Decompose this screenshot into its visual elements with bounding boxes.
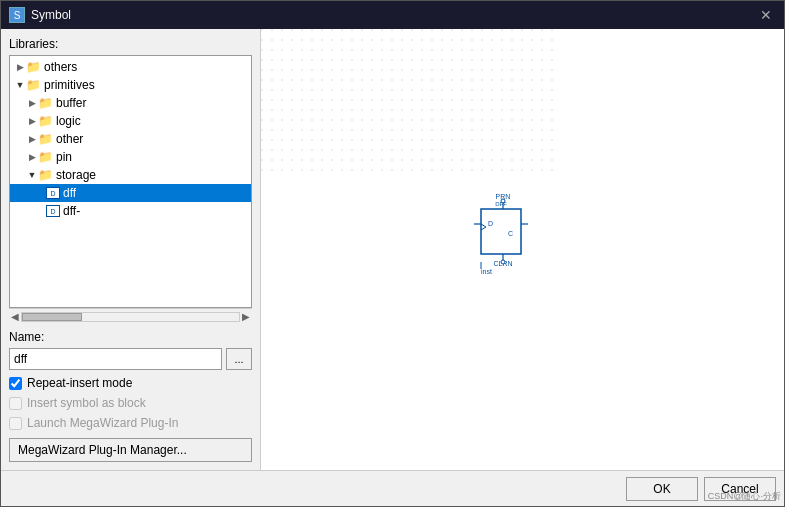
- cancel-button[interactable]: Cancel: [704, 477, 776, 501]
- tree-arrow-buffer: ▶: [26, 97, 38, 109]
- folder-icon-other: 📁: [38, 132, 53, 146]
- browse-button[interactable]: ...: [226, 348, 252, 370]
- dialog-title: Symbol: [31, 8, 756, 22]
- svg-rect-2: [481, 209, 521, 254]
- tree-item-dff2[interactable]: D dff-: [10, 202, 251, 220]
- folder-icon-buffer: 📁: [38, 96, 53, 110]
- name-row: ...: [9, 348, 252, 370]
- tree-item-storage[interactable]: ▼ 📁 storage: [10, 166, 251, 184]
- launch-wizard-checkbox[interactable]: [9, 417, 22, 430]
- dff-schematic: PRN D C: [466, 184, 546, 274]
- tree-container: ▶ 📁 others ▼ 📁 primitives ▶: [9, 55, 252, 308]
- hscroll-thumb[interactable]: [22, 313, 82, 321]
- tree-arrow-others: ▶: [14, 61, 26, 73]
- tree-item-buffer[interactable]: ▶ 📁 buffer: [10, 94, 251, 112]
- tree-hscroll[interactable]: ◀ ▶: [9, 308, 252, 324]
- dialog-body: Libraries: ▶ 📁 others ▼ 📁: [1, 29, 784, 470]
- tree-label-other: other: [56, 132, 83, 146]
- megawizard-button[interactable]: MegaWizard Plug-In Manager...: [9, 438, 252, 462]
- tree-arrow-other: ▶: [26, 133, 38, 145]
- launch-wizard-row: Launch MegaWizard Plug-In: [9, 416, 252, 430]
- insert-block-row: Insert symbol as block: [9, 396, 252, 410]
- tree-label-buffer: buffer: [56, 96, 86, 110]
- svg-rect-1: [261, 29, 561, 179]
- folder-icon-logic: 📁: [38, 114, 53, 128]
- dialog-footer: CSDN@随心·分析 OK Cancel: [1, 470, 784, 506]
- title-bar: S Symbol ✕: [1, 1, 784, 29]
- dff-box-label: DFF: [495, 201, 507, 207]
- insert-block-checkbox[interactable]: [9, 397, 22, 410]
- dff-file-icon: D: [46, 187, 60, 199]
- tree-item-pin[interactable]: ▶ 📁 pin: [10, 148, 251, 166]
- svg-point-8: [501, 260, 505, 264]
- inst-label: inst: [481, 268, 492, 275]
- tree-arrow-pin: ▶: [26, 151, 38, 163]
- tree-item-logic[interactable]: ▶ 📁 logic: [10, 112, 251, 130]
- left-panel: Libraries: ▶ 📁 others ▼ 📁: [1, 29, 261, 470]
- tree-arrow-primitives: ▼: [14, 79, 26, 91]
- libraries-label: Libraries:: [9, 37, 252, 51]
- repeat-insert-checkbox[interactable]: [9, 377, 22, 390]
- tree-item-dff[interactable]: D dff: [10, 184, 251, 202]
- name-input[interactable]: [9, 348, 222, 370]
- folder-icon-storage: 📁: [38, 168, 53, 182]
- right-panel: PRN D C: [261, 29, 784, 470]
- tree-label-pin: pin: [56, 150, 72, 164]
- close-button[interactable]: ✕: [756, 5, 776, 25]
- name-section: Name: ...: [9, 330, 252, 370]
- tree-arrow-dff2: [38, 205, 46, 217]
- name-label: Name:: [9, 330, 252, 344]
- tree-label-storage: storage: [56, 168, 96, 182]
- tree-label-others: others: [44, 60, 77, 74]
- dff2-file-icon: D: [46, 205, 60, 217]
- repeat-insert-label: Repeat-insert mode: [27, 376, 132, 390]
- symbol-dialog: S Symbol ✕ Libraries: ▶ 📁 others: [0, 0, 785, 507]
- dialog-icon: S: [9, 7, 25, 23]
- insert-block-label: Insert symbol as block: [27, 396, 146, 410]
- tree-label-dff: dff: [63, 186, 76, 200]
- dot-grid: [261, 29, 561, 179]
- tree-item-primitives[interactable]: ▼ 📁 primitives: [10, 76, 251, 94]
- folder-icon-primitives: 📁: [26, 78, 41, 92]
- ok-button[interactable]: OK: [626, 477, 698, 501]
- tree-arrow-storage: ▼: [26, 169, 38, 181]
- tree-arrow-logic: ▶: [26, 115, 38, 127]
- tree-scroll[interactable]: ▶ 📁 others ▼ 📁 primitives ▶: [10, 56, 251, 307]
- folder-icon-others: 📁: [26, 60, 41, 74]
- tree-label-primitives: primitives: [44, 78, 95, 92]
- repeat-insert-row: Repeat-insert mode: [9, 376, 252, 390]
- folder-icon-pin: 📁: [38, 150, 53, 164]
- c-label: C: [508, 230, 513, 237]
- tree-label-dff2: dff-: [63, 204, 80, 218]
- tree-item-others[interactable]: ▶ 📁 others: [10, 58, 251, 76]
- hscroll-track[interactable]: [21, 312, 240, 322]
- tree-arrow-dff: [38, 187, 46, 199]
- tree-label-logic: logic: [56, 114, 81, 128]
- launch-wizard-label: Launch MegaWizard Plug-In: [27, 416, 178, 430]
- dff-symbol: PRN D C: [466, 184, 546, 277]
- d-label: D: [488, 220, 493, 227]
- tree-item-other[interactable]: ▶ 📁 other: [10, 130, 251, 148]
